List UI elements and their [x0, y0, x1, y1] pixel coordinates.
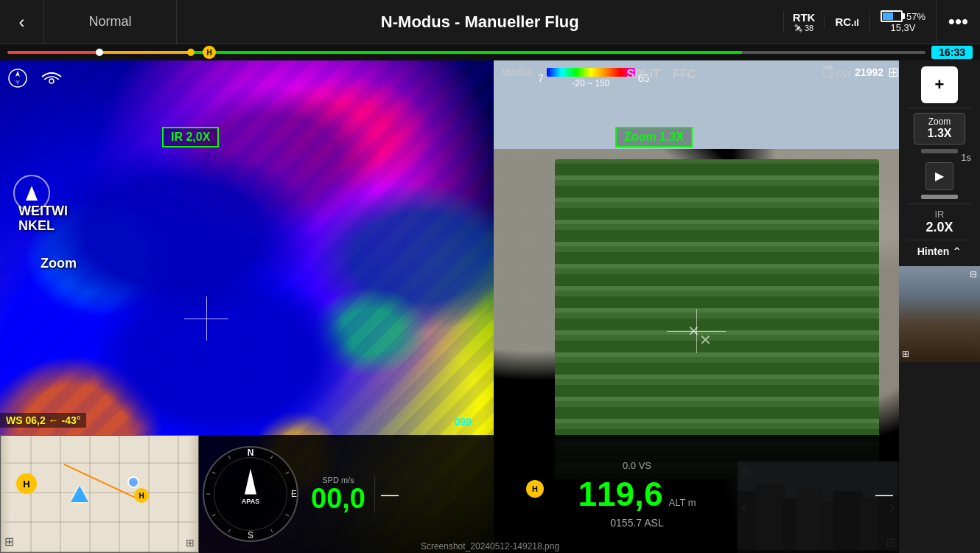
mini-map-roads	[1, 436, 198, 552]
back-button[interactable]: ‹	[0, 0, 44, 44]
svg-line-16	[228, 529, 231, 532]
rtk-label: RTK	[793, 11, 816, 24]
svg-marker-2	[15, 80, 20, 86]
dash-btn-1[interactable]	[921, 149, 958, 153]
zoom-box-right: Zoom 1,3X	[615, 127, 693, 147]
zoom-ctrl-value: 1.3X	[918, 127, 961, 140]
svg-line-13	[286, 515, 289, 517]
ir-zoom-box: IR 2,0X	[162, 127, 219, 147]
speed-block: SPD m/s 00,0	[302, 476, 375, 512]
screenshot-label: Screenshot_20240512-149218.png	[421, 541, 559, 552]
top-bar: ‹ Normal N-Modus - Manueller Flug RTK 🛰 …	[0, 0, 980, 44]
compass-ticks-svg	[199, 442, 302, 546]
weitwinkel-label: WEITWI NKEL	[18, 204, 68, 234]
battery-fill	[883, 13, 893, 20]
wind-info: WS 06,2 ← -43°	[0, 413, 86, 428]
h-marker-bottom: H	[526, 480, 544, 498]
cvi-label: CVI	[822, 66, 850, 80]
svg-rect-6	[827, 66, 828, 69]
label-099: 099	[455, 416, 472, 428]
ir-control: IR 2.0X	[925, 209, 953, 235]
alt-row: 119,6 ALT m	[578, 474, 696, 514]
crosshair-x2: ✕	[699, 331, 712, 349]
battery-row: 57%	[881, 10, 925, 22]
ir-ctrl-label: IR	[925, 209, 953, 220]
compass-arrow	[26, 186, 38, 201]
hinten-row: Hinten ⌃	[917, 245, 962, 259]
nav-icon-tl[interactable]	[7, 68, 28, 92]
separator-2	[907, 204, 972, 204]
mini-map-expand-tl[interactable]: ⊞	[4, 535, 14, 549]
svg-point-3	[49, 79, 54, 83]
timeline-bar: H 16:33	[0, 44, 980, 60]
thumb-expand-tl[interactable]: ⊞	[902, 349, 909, 359]
mini-map-expand-br[interactable]: ⊞	[186, 537, 195, 549]
zoom-plus-button[interactable]: +	[921, 66, 958, 103]
hinten-arrow[interactable]: ⌃	[952, 245, 962, 259]
alt-label: ALT m	[669, 497, 696, 508]
mini-map: H ⊞ ⊞	[0, 435, 199, 553]
rc-section: RC.ıl	[824, 15, 869, 28]
dash-btn-2[interactable]	[921, 195, 958, 199]
battery-pct: 57%	[906, 11, 925, 22]
rear-thumb-image: ⊞ ⊟	[899, 266, 980, 362]
timer-label: 1s	[961, 152, 971, 163]
separator-1	[907, 108, 972, 108]
split-ffc-buttons: SPLIT FFC	[623, 66, 700, 83]
zoom-label: Zoom	[41, 256, 77, 271]
mode-label: Normal	[44, 0, 177, 44]
compass-area: N E S APAS	[199, 442, 302, 546]
scale-min: 7	[538, 72, 544, 84]
flight-title: N-Modus - Manueller Flug	[177, 13, 783, 32]
right-crosshair: ✕ ✕	[667, 309, 726, 353]
cvi-area: CVI 21992 ⊞	[822, 64, 899, 80]
mini-map-drone	[71, 486, 88, 502]
split-button[interactable]: SPLIT	[623, 66, 665, 83]
timeline-dot-yellow	[187, 49, 195, 56]
svg-rect-7	[829, 66, 830, 69]
battery-section: 57% 15,3V	[869, 10, 936, 33]
svg-line-20	[228, 456, 231, 459]
svg-line-19	[212, 472, 215, 474]
thumb-expand-tr[interactable]: ⊟	[970, 269, 977, 279]
sd-card-icon	[822, 66, 833, 77]
timeline-h-marker: H	[203, 46, 216, 59]
svg-point-8	[203, 447, 298, 541]
rtk-section: RTK 🛰 38	[783, 11, 825, 32]
play-button[interactable]: ▶	[925, 162, 953, 190]
battery-voltage: 15,3V	[890, 22, 915, 33]
crosshair-x1: ✕	[687, 322, 700, 340]
asl-row: 0155.7 ASL	[610, 517, 663, 529]
nav-icon-top[interactable]	[41, 68, 63, 90]
rear-thumbnail: ⊞ ⊟	[899, 266, 980, 362]
rtk-icon: 🛰 38	[794, 24, 813, 32]
more-button[interactable]: •••	[936, 0, 980, 44]
minus-right-button[interactable]: —	[869, 484, 899, 504]
alt-m: ALT m	[669, 497, 696, 508]
asl-label: 0155.7 ASL	[610, 517, 663, 529]
ir-ctrl-value: 2.0X	[925, 220, 953, 235]
mini-map-h-marker: H	[134, 488, 149, 503]
modus-label: Modus	[501, 66, 532, 78]
hinten-label: Hinten	[917, 246, 950, 257]
svg-rect-5	[825, 66, 826, 69]
minus-left-button[interactable]: —	[375, 484, 405, 504]
svg-line-10	[271, 456, 273, 459]
ffc-button[interactable]: FFC	[668, 66, 700, 83]
zoom-control-box: Zoom 1.3X	[914, 113, 965, 145]
bottom-bar: N E S APAS	[199, 435, 899, 553]
h-marker-tl: H	[16, 473, 37, 494]
link-icon: ⊞	[888, 64, 899, 80]
separator-3	[907, 240, 972, 240]
battery-icon	[881, 10, 903, 22]
mini-map-waypoint	[127, 476, 139, 488]
spd-value: 00,0	[311, 484, 365, 512]
svg-line-14	[271, 529, 273, 532]
zoom-ctrl-label: Zoom	[918, 117, 961, 127]
svg-line-17	[212, 515, 215, 517]
timeline-track[interactable]: H	[7, 51, 925, 54]
timeline-time: 16:33	[931, 46, 973, 59]
rc-label: RC.ıl	[835, 15, 859, 28]
alt-value: 119,6	[578, 474, 662, 514]
vs-row: 0.0 VS	[623, 460, 651, 471]
